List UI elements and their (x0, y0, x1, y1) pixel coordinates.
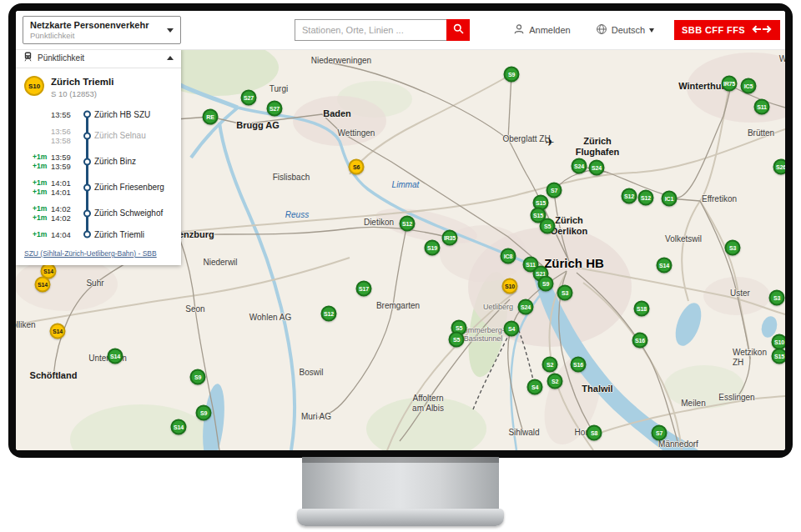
line-badge[interactable]: S14 (171, 419, 187, 435)
line-badge[interactable]: S10 (502, 279, 518, 294)
line-badge[interactable]: S27 (267, 101, 283, 117)
line-badge[interactable]: S7 (652, 425, 668, 441)
sbb-logo-text: SBB CFF FFS (682, 25, 745, 35)
line-badge[interactable]: IR35 (442, 230, 458, 246)
line-badge[interactable]: S9 (538, 276, 554, 292)
line-badge[interactable]: S18 (634, 301, 650, 317)
map-label: Kölliken (16, 320, 36, 330)
map-label: Boswil (300, 368, 324, 378)
train-icon (23, 50, 33, 65)
line-badge[interactable]: S2 (542, 357, 558, 373)
monitor-stand-neck (302, 457, 499, 509)
line-badge[interactable]: S2 (547, 374, 563, 389)
language-label: Deutsch (612, 25, 645, 35)
line-badge[interactable]: S7 (547, 183, 562, 198)
line-badge[interactable]: S26 (773, 159, 786, 175)
stop-row[interactable]: 13:55Zürich HB SZU (16, 106, 181, 123)
search-input[interactable] (295, 19, 446, 41)
map-label: Baden (323, 108, 351, 119)
line-badge[interactable]: S4 (527, 379, 543, 395)
line-badge[interactable]: S24 (589, 160, 605, 176)
line-badge[interactable]: S9 (196, 405, 212, 421)
line-badge[interactable]: S6 (349, 159, 365, 175)
line-badge[interactable]: IR75 (722, 76, 738, 92)
line-badge[interactable]: IC8 (501, 248, 516, 264)
map-label: Seon (185, 304, 204, 314)
line-badge[interactable]: S3 (725, 240, 741, 256)
map-label: Wettingen (338, 128, 375, 138)
layer-dropdown[interactable]: Netzkarte Personenverkehr Pünktlichkeit (23, 16, 181, 44)
line-badge[interactable]: S11 (754, 99, 770, 115)
line-badge[interactable]: S9 (190, 369, 206, 385)
globe-icon (596, 23, 607, 37)
line-badge[interactable]: S14 (108, 349, 123, 364)
login-label: Anmelden (529, 25, 571, 35)
operator-link[interactable]: SZU (Sihltal-Zürich-Uetliberg-Bahn) - SB… (24, 249, 157, 258)
sbb-logo[interactable]: SBB CFF FFS (674, 20, 780, 40)
line-badge[interactable]: S4 (504, 321, 520, 337)
search-button[interactable] (446, 19, 470, 41)
train-name: Zürich Triemli (51, 76, 113, 87)
line-badge[interactable]: S3 (557, 285, 573, 301)
line-badge[interactable]: S12 (638, 190, 654, 206)
map-label: Dietikon (364, 218, 394, 228)
line-badge[interactable]: S27 (241, 90, 257, 106)
line-badge[interactable]: S8 (587, 425, 602, 441)
line-badge[interactable]: S14 (35, 277, 51, 293)
stop-row[interactable]: +1m14:02+1m14:02Zürich Schweighof (16, 200, 181, 226)
map-label: Fislisbach (273, 173, 310, 183)
map-label: Effretikon (702, 194, 737, 204)
language-selector[interactable]: Deutsch (591, 23, 659, 38)
stop-row[interactable]: 13:5613:58Zürich Selnau (16, 123, 181, 148)
map-label: Uster (730, 289, 750, 299)
stop-dot (83, 111, 91, 118)
map-label: Niederweningen (311, 56, 371, 66)
map-label: Meilen (681, 399, 705, 409)
train-number: S 10 (12853) (51, 89, 113, 98)
app-screen: Netzkarte Personenverkehr Pünktlichkeit (16, 11, 785, 450)
layer-dropdown-title: Netzkarte Personenverkehr (30, 20, 167, 30)
stop-dot (83, 183, 91, 191)
line-badge[interactable]: S16 (571, 357, 587, 373)
map-label: Limmat (392, 180, 420, 190)
map-label: Männedorf (658, 439, 698, 449)
line-badge[interactable]: S12 (622, 188, 637, 204)
map-label: Zürich Flughafen (576, 136, 620, 157)
line-badge[interactable]: S14 (50, 324, 66, 339)
line-badge[interactable]: S24 (572, 158, 587, 174)
line-badge[interactable]: S14 (657, 258, 673, 274)
airplane-icon: ✈ (546, 137, 555, 149)
search-icon (453, 23, 464, 37)
chevron-down-icon (649, 28, 654, 33)
line-badge[interactable]: RE (203, 109, 219, 125)
line-badge[interactable]: S12 (321, 306, 337, 322)
map-label: Reuss (285, 210, 309, 220)
map-label: Volketswil (665, 234, 702, 244)
login-button[interactable]: Anmelden (508, 23, 576, 38)
line-badge[interactable]: S24 (518, 299, 534, 315)
line-badge[interactable]: S5 (540, 218, 556, 234)
train-line-badge: S10 (24, 76, 44, 96)
punctuality-panel: Pünktlichkeit S10 Zürich Triemli S 10 (1… (16, 48, 181, 265)
map-label: Zürich Oerlikon (551, 215, 588, 236)
line-badge[interactable]: S12 (400, 216, 416, 232)
monitor-frame: Netzkarte Personenverkehr Pünktlichkeit (8, 3, 793, 458)
line-badge[interactable]: IC1 (662, 191, 678, 207)
line-badge[interactable]: S15 (772, 349, 786, 364)
map-label: Wetzikon ZH (733, 348, 768, 367)
stop-row[interactable]: +1m14:01+1m14:01Zürich Friesenberg (16, 174, 181, 200)
line-badge[interactable]: S17 (356, 281, 372, 297)
line-badge[interactable]: IC5 (741, 78, 757, 94)
app-header: Netzkarte Personenverkehr Pünktlichkeit (16, 11, 785, 50)
line-badge[interactable]: S5 (449, 332, 465, 348)
map-label: Zimmerberg- Basistunnel (461, 326, 505, 344)
panel-header[interactable]: Pünktlichkeit (16, 48, 181, 68)
stop-row[interactable]: +1m14:04Zürich Triemli (16, 226, 181, 243)
line-badge[interactable]: S9 (504, 67, 520, 83)
stop-row[interactable]: +1m13:59+1m13:59Zürich Binz (16, 148, 181, 174)
line-badge[interactable]: S19 (425, 240, 441, 256)
line-badge[interactable]: S16 (632, 333, 648, 349)
train-header: S10 Zürich Triemli S 10 (12853) (16, 68, 181, 103)
map-label: Niederwil (203, 258, 237, 268)
line-badge[interactable]: S3 (769, 290, 785, 306)
